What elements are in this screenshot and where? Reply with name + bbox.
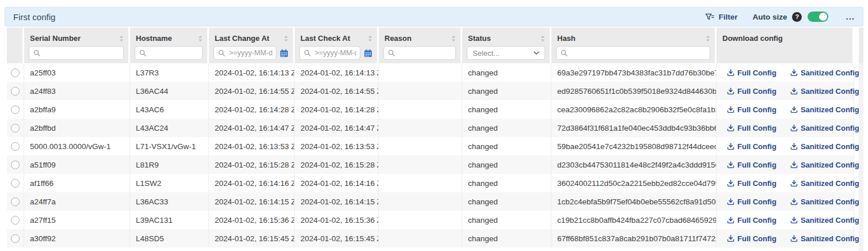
hash-cell: cea230096862a2c82ac8b2906b32f5e0c8fa1b28 — [551, 100, 717, 119]
download-icon — [727, 161, 734, 169]
sanitized-config-download-link[interactable]: Sanitized Config — [790, 197, 859, 206]
download-icon — [727, 69, 734, 77]
calendar-icon[interactable] — [364, 49, 372, 58]
full-config-download-link[interactable]: Full Config — [727, 87, 776, 96]
full-config-download-link[interactable]: Full Config — [727, 161, 776, 169]
help-icon[interactable]: ? — [792, 12, 802, 22]
sort-icon[interactable] — [706, 35, 710, 43]
download-icon — [727, 143, 734, 150]
sanitized-config-label: Sanitized Config — [801, 87, 859, 96]
download-config-cell: Full Config Sanitized Config — [717, 82, 854, 100]
download-icon — [790, 235, 798, 242]
download-icon — [727, 124, 734, 132]
full-config-download-link[interactable]: Full Config — [727, 216, 776, 225]
hash-cell: 59bae20541e7c4232b195808d98712f44dceec01 — [551, 137, 717, 155]
column-status: Status Select... — [462, 28, 551, 63]
last-change-at-cell: 2024-01-02, 16:14:15 Z — [209, 192, 295, 211]
sanitized-config-download-link[interactable]: Sanitized Config — [790, 142, 859, 151]
row-select-cell — [7, 82, 24, 100]
status-cell: changed — [462, 229, 551, 248]
reason-cell — [379, 100, 462, 119]
sanitized-config-label: Sanitized Config — [801, 161, 859, 169]
sanitized-config-download-link[interactable]: Sanitized Config — [790, 87, 859, 96]
row-select-cell — [7, 63, 24, 82]
last-check-at-cell: 2024-01-02, 16:15:36 Z — [295, 211, 379, 229]
hash-filter-input[interactable] — [556, 46, 710, 60]
sort-icon[interactable] — [198, 35, 203, 43]
full-config-download-link[interactable]: Full Config — [727, 142, 776, 151]
auto-size-toggle[interactable] — [808, 12, 828, 22]
full-config-download-link[interactable]: Full Config — [727, 197, 776, 206]
full-config-download-link[interactable]: Full Config — [727, 179, 776, 188]
sanitized-config-download-link[interactable]: Sanitized Config — [790, 105, 859, 114]
full-config-label: Full Config — [737, 179, 776, 188]
hostname-cell: L43AC24 — [130, 119, 209, 137]
status-filter-select[interactable]: Select... — [467, 46, 545, 60]
sort-icon[interactable] — [540, 35, 545, 43]
download-config-cell: Full Config Sanitized Config — [717, 100, 854, 119]
reason-cell — [379, 229, 462, 248]
table-row: a30ff92 L48SD5 2024-01-02, 16:15:45 Z 20… — [7, 229, 854, 248]
row-select-cell — [7, 174, 24, 192]
row-radio-button[interactable] — [11, 216, 20, 225]
sanitized-config-download-link[interactable]: Sanitized Config — [790, 234, 859, 243]
full-config-download-link[interactable]: Full Config — [727, 105, 776, 114]
row-radio-button[interactable] — [11, 179, 20, 188]
full-config-label: Full Config — [737, 69, 776, 77]
status-cell: changed — [462, 119, 551, 137]
sanitized-config-label: Sanitized Config — [801, 105, 859, 114]
full-config-download-link[interactable]: Full Config — [727, 124, 776, 132]
page-title: First config — [13, 12, 55, 22]
page: First config Filter Auto size ? ... Seri… — [0, 0, 868, 251]
full-config-label: Full Config — [737, 216, 776, 225]
row-radio-button[interactable] — [11, 69, 20, 77]
full-config-label: Full Config — [737, 161, 776, 169]
status-cell: changed — [462, 211, 551, 229]
sanitized-config-download-link[interactable]: Sanitized Config — [790, 69, 859, 77]
full-config-label: Full Config — [737, 197, 776, 206]
download-icon — [790, 216, 798, 224]
last-check-at-cell: 2024-01-02, 16:14:47 Z — [295, 119, 379, 137]
serial-number-cell: af1ff66 — [24, 174, 130, 192]
calendar-icon[interactable] — [280, 49, 288, 58]
download-icon — [790, 69, 798, 77]
row-radio-button[interactable] — [11, 197, 20, 206]
last-change-at-cell: 2024-01-02, 16:14:28 Z — [209, 100, 295, 119]
filter-button[interactable]: Filter — [705, 13, 737, 21]
download-icon — [790, 161, 798, 169]
reason-cell — [379, 63, 462, 82]
sanitized-config-download-link[interactable]: Sanitized Config — [790, 179, 859, 188]
row-select-cell — [7, 229, 24, 248]
hostname-cell: L71-VSX1/vGw-1 — [130, 137, 209, 155]
sanitized-config-download-link[interactable]: Sanitized Config — [790, 161, 859, 169]
search-icon — [304, 50, 311, 56]
row-radio-button[interactable] — [11, 234, 20, 243]
download-config-cell: Full Config Sanitized Config — [717, 155, 854, 174]
row-radio-button[interactable] — [11, 161, 20, 169]
sort-icon[interactable] — [284, 35, 288, 43]
serial-number-filter-input[interactable] — [29, 46, 124, 60]
filter-label: Filter — [718, 13, 737, 21]
scrollbar-gutter[interactable] — [859, 28, 863, 251]
hostname-cell: L43AC6 — [130, 100, 209, 119]
sort-icon[interactable] — [451, 35, 456, 43]
full-config-download-link[interactable]: Full Config — [727, 69, 776, 77]
row-radio-button[interactable] — [11, 142, 20, 151]
status-select-placeholder: Select... — [473, 49, 500, 58]
row-radio-button[interactable] — [11, 124, 20, 132]
column-label: Status — [468, 34, 491, 43]
row-radio-button[interactable] — [11, 105, 20, 114]
gutter-header-part — [859, 28, 863, 63]
filter-icon — [705, 13, 714, 20]
sort-icon[interactable] — [368, 35, 372, 43]
more-menu-button[interactable]: ... — [846, 14, 855, 20]
sanitized-config-download-link[interactable]: Sanitized Config — [790, 216, 859, 225]
hostname-cell: L36AC33 — [130, 192, 209, 211]
sanitized-config-download-link[interactable]: Sanitized Config — [790, 124, 859, 132]
full-config-download-link[interactable]: Full Config — [727, 234, 776, 243]
hash-cell: ed9285760651f1c0b539f5018e9324d844630bbd — [551, 82, 717, 100]
column-label: Serial Number — [30, 34, 81, 43]
row-radio-button[interactable] — [11, 87, 20, 96]
sort-icon[interactable] — [119, 35, 124, 43]
hash-cell: 1cb2c4ebfa5b9f75ef04b0ebe55562cf8a91d50d — [551, 192, 717, 211]
